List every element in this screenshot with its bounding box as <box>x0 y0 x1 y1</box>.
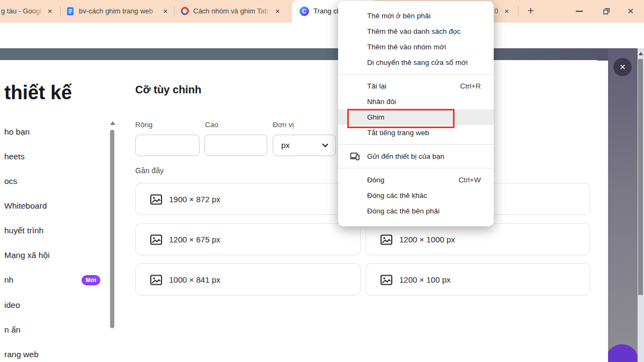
menu-separator <box>338 168 494 168</box>
tab-separator <box>174 6 174 16</box>
width-label: Rộng <box>135 121 152 129</box>
size-text: 1000 × 841 px <box>169 264 221 296</box>
height-input[interactable] <box>204 135 267 156</box>
tab-cach-nhom-ghim[interactable]: Cách nhóm và ghim Tab <box>193 0 272 23</box>
tab-title: bv-cách ghim trang web <box>79 7 153 15</box>
unit-value: px <box>281 135 290 156</box>
image-icon <box>380 233 393 246</box>
menu-item-close[interactable]: Đóng Ctrl+W <box>338 172 494 188</box>
shortcut-text: Ctrl+R <box>460 78 481 94</box>
window-close-button[interactable]: ✕ <box>625 6 636 17</box>
sidebar-item-anh[interactable]: nh <box>4 274 13 286</box>
recent-size-card[interactable]: 1000 × 841 px <box>135 263 361 295</box>
minimize-button[interactable] <box>576 11 583 12</box>
create-design-dialog: thiết kế ho bạn heets ocs Whiteboard huy… <box>0 60 608 362</box>
scrollbar-thumb[interactable] <box>638 59 643 295</box>
menu-item-duplicate[interactable]: Nhân đôi <box>338 94 494 109</box>
menu-item-add-reading-list[interactable]: Thêm thẻ vào danh sách đọc <box>338 24 494 39</box>
dialog-heading: thiết kế <box>4 82 72 104</box>
restore-button[interactable] <box>602 8 610 16</box>
recent-label: Gần đây <box>135 166 164 175</box>
unit-select[interactable]: px <box>273 135 336 156</box>
devices-icon <box>350 152 360 160</box>
sidebar-item-thuyet-trinh[interactable]: huyết trình <box>4 224 43 237</box>
tab-title: Cách nhóm và ghim Tab <box>193 7 268 15</box>
unit-label: Đơn vị <box>273 121 294 129</box>
tab-close-icon[interactable]: ✕ <box>46 7 54 16</box>
menu-item-add-new-group[interactable]: Thêm thẻ vào nhóm mới <box>338 39 494 55</box>
address-toolbar: canva.com ☆ H ⋮ <box>0 23 644 48</box>
new-tab-button[interactable]: + <box>524 4 537 17</box>
tab-separator <box>518 6 518 16</box>
sidebar-item-in-an[interactable]: n ấn <box>4 323 20 336</box>
tab-close-icon[interactable]: ✕ <box>502 7 511 16</box>
size-text: 644 × 362 px <box>169 224 221 256</box>
tab-context-menu: Thẻ mới ở bên phải Thêm thẻ vào danh sác… <box>338 1 494 226</box>
sidebar-scrollbar-thumb[interactable] <box>110 130 114 328</box>
menu-item-close-others[interactable]: Đóng các thẻ khác <box>338 188 494 203</box>
tab-partial[interactable]: 0 <box>494 0 501 23</box>
menu-separator <box>338 74 494 75</box>
tab-google[interactable]: g tàu - Googl <box>1 0 45 23</box>
width-input[interactable] <box>135 135 200 156</box>
canva-favicon-icon: C <box>299 6 309 16</box>
sidebar-item-cho-ban[interactable]: ho bạn <box>4 125 30 138</box>
menu-item-move-new-window[interactable]: Di chuyển thẻ sang cửa sổ mới <box>338 55 494 70</box>
sidebar-item-whiteboard[interactable]: Whiteboard <box>4 200 47 212</box>
site-favicon-icon <box>179 5 191 17</box>
tab-close-icon[interactable]: ✕ <box>161 7 170 16</box>
menu-item-reload[interactable]: Tải lại Ctrl+R <box>338 78 494 94</box>
recent-size-card[interactable]: 644 × 362 px <box>135 223 361 255</box>
new-badge: Mới <box>82 275 100 285</box>
dimmed-background <box>608 48 638 362</box>
tab-title-fade <box>147 0 160 23</box>
shortcut-text: Ctrl+W <box>458 172 481 188</box>
image-icon <box>150 193 163 206</box>
menu-item-close-right[interactable]: Đóng các thẻ bên phải <box>338 203 494 219</box>
menu-separator <box>338 144 494 145</box>
annotation-highlight-box <box>347 109 455 128</box>
tab-separator <box>60 6 61 16</box>
image-icon <box>380 274 393 286</box>
sidebar-item-trang-web[interactable]: rang web <box>4 348 39 361</box>
height-label: Cao <box>205 121 218 129</box>
tab-close-icon[interactable]: ✕ <box>273 7 282 16</box>
tab-title-fade <box>31 0 45 23</box>
sidebar-item-docs[interactable]: ocs <box>4 175 17 188</box>
recent-size-card[interactable]: 1900 × 872 px <box>135 183 361 215</box>
size-text: 1200 × 100 px <box>399 264 451 296</box>
recent-size-card[interactable]: 1200 × 1000 px <box>365 223 590 255</box>
sidebar-item-video[interactable]: ideo <box>4 299 20 312</box>
menu-item-send-to-device[interactable]: Gửi đến thiết bị của bạn <box>338 149 494 164</box>
tab-strip: g tàu - Googl ✕ bv-cách ghim trang web ✕… <box>0 0 644 23</box>
dialog-close-button[interactable]: ✕ <box>613 58 632 76</box>
sidebar-item-mang-xa-hoi[interactable]: Mạng xã hội <box>4 249 49 262</box>
page-content: thiết kế ho bạn heets ocs Whiteboard huy… <box>0 48 644 362</box>
sidebar-item-sheets[interactable]: heets <box>4 150 25 163</box>
browser-window: g tàu - Googl ✕ bv-cách ghim trang web ✕… <box>0 0 644 362</box>
size-text: 1200 × 1000 px <box>399 224 455 256</box>
size-text: 1900 × 872 px <box>169 183 221 216</box>
sidebar-scroll-up-arrow[interactable] <box>110 121 115 125</box>
tab-bv-cach-ghim[interactable]: bv-cách ghim trang web <box>79 0 160 23</box>
chevron-down-icon <box>322 141 328 147</box>
custom-size-title: Cỡ tùy chỉnh <box>135 84 201 96</box>
tab-title-fade <box>258 0 272 23</box>
menu-item-new-tab-right[interactable]: Thẻ mới ở bên phải <box>338 8 494 24</box>
docs-favicon-icon <box>66 7 75 16</box>
image-icon <box>150 274 163 286</box>
browser-scrollbar[interactable] <box>638 48 644 362</box>
canva-header-strip <box>0 48 644 61</box>
image-icon <box>150 233 163 246</box>
scrollbar-up-arrow[interactable] <box>639 52 643 55</box>
recent-size-card[interactable]: 1200 × 100 px <box>365 263 590 295</box>
